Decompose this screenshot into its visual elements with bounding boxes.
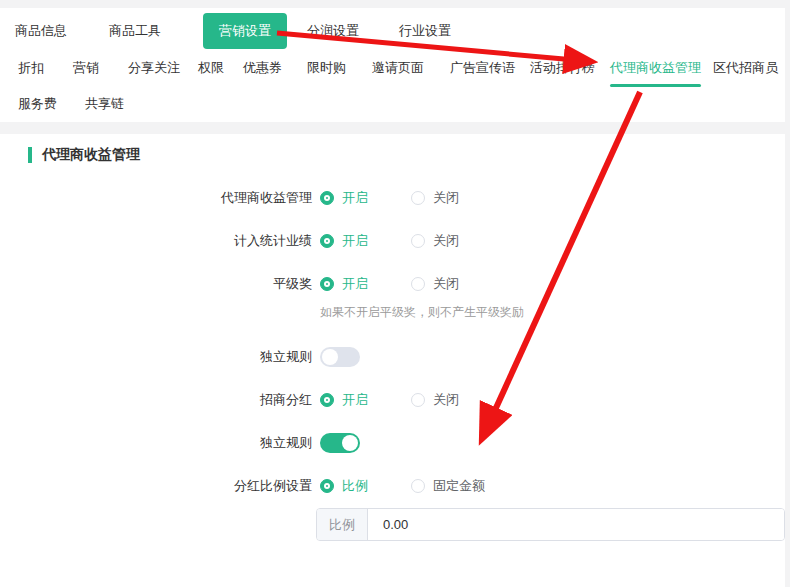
- section-header: 代理商收益管理: [28, 146, 785, 164]
- tabs-panel: 商品信息 商品工具 营销设置 分润设置 行业设置 折扣 营销 分享关注 权限 优…: [0, 8, 785, 122]
- peer-award-hint-row: 如果不开启平级奖，则不产生平级奖励: [0, 304, 785, 321]
- form-row-independent-rule-2: 独立规则: [0, 429, 785, 457]
- radio-dot-icon: [320, 277, 334, 291]
- radio-dot-icon: [411, 234, 425, 248]
- radio-label: 开启: [342, 232, 368, 250]
- ratio-input-prepend-label: 比例: [317, 509, 368, 540]
- radio-dot-icon: [411, 277, 425, 291]
- radio-count-performance-off[interactable]: 关闭: [411, 232, 459, 250]
- agent-income-form: 代理商收益管理 开启 关闭 计入统计业绩 开启: [0, 184, 785, 541]
- form-row-recruit-dividend: 招商分红 开启 关闭: [0, 386, 785, 414]
- radio-label: 比例: [342, 477, 368, 495]
- radio-peer-award-off[interactable]: 关闭: [411, 275, 459, 293]
- secondary-tab-bar: 折扣 营销 分享关注 权限 优惠券 限时购 邀请页面 广告宣传语 活动排行榜 代…: [0, 54, 785, 84]
- form-row-dividend-ratio: 分红比例设置 比例 固定金额: [0, 472, 785, 500]
- radio-dot-icon: [320, 191, 334, 205]
- radio-label: 关闭: [433, 189, 459, 207]
- subtab-invite-page[interactable]: 邀请页面: [372, 59, 424, 79]
- field-label: 招商分红: [0, 391, 312, 409]
- radio-label: 开启: [342, 189, 368, 207]
- ratio-input-row: 比例: [316, 508, 785, 541]
- subtab-shared-chain[interactable]: 共享链: [85, 95, 124, 113]
- radio-recruit-dividend-off[interactable]: 关闭: [411, 391, 459, 409]
- radio-agent-income-on[interactable]: 开启: [320, 189, 368, 207]
- subtab-share-follow[interactable]: 分享关注: [128, 59, 180, 79]
- peer-award-hint: 如果不开启平级奖，则不产生平级奖励: [320, 304, 524, 321]
- section-title: 代理商收益管理: [42, 146, 140, 164]
- primary-tab-bar: 商品信息 商品工具 营销设置 分润设置 行业设置: [0, 8, 785, 52]
- tab-product-info[interactable]: 商品信息: [15, 22, 67, 40]
- tab-marketing-settings[interactable]: 营销设置: [203, 13, 287, 49]
- form-row-independent-rule-1: 独立规则: [0, 343, 785, 371]
- tab-profit-settings[interactable]: 分润设置: [307, 22, 359, 40]
- radio-label: 开启: [342, 275, 368, 293]
- form-row-count-performance: 计入统计业绩 开启 关闭: [0, 227, 785, 255]
- radio-label: 关闭: [433, 391, 459, 409]
- subtab-coupon[interactable]: 优惠券: [243, 59, 282, 79]
- subtab-permission[interactable]: 权限: [198, 59, 224, 79]
- radio-recruit-dividend-on[interactable]: 开启: [320, 391, 368, 409]
- radio-dot-icon: [320, 393, 334, 407]
- radio-dot-icon: [411, 191, 425, 205]
- tab-product-tools[interactable]: 商品工具: [109, 22, 161, 40]
- radio-dot-icon: [320, 234, 334, 248]
- field-label: 独立规则: [0, 348, 312, 366]
- subtab-activity-ranking[interactable]: 活动排行榜: [530, 59, 595, 79]
- subtab-discount[interactable]: 折扣: [18, 59, 44, 79]
- independent-rule-toggle-off[interactable]: [320, 347, 360, 367]
- subtab-ad-slogan[interactable]: 广告宣传语: [450, 59, 515, 79]
- form-row-peer-award: 平级奖 开启 关闭: [0, 270, 785, 298]
- field-label: 独立规则: [0, 434, 312, 452]
- tertiary-tab-bar: 服务费 共享链: [0, 88, 785, 120]
- subtab-service-fee[interactable]: 服务费: [18, 95, 57, 113]
- radio-count-performance-on[interactable]: 开启: [320, 232, 368, 250]
- radio-label: 固定金额: [433, 477, 485, 495]
- radio-dot-icon: [411, 479, 425, 493]
- radio-peer-award-on[interactable]: 开启: [320, 275, 368, 293]
- field-label: 分红比例设置: [0, 477, 312, 495]
- radio-dot-icon: [320, 479, 334, 493]
- field-label: 代理商收益管理: [0, 189, 312, 207]
- ratio-input-group: 比例: [316, 508, 785, 541]
- independent-rule-toggle-on[interactable]: [320, 433, 360, 453]
- content-panel: 代理商收益管理 代理商收益管理 开启 关闭 计入统计业绩: [0, 134, 785, 587]
- radio-dot-icon: [411, 393, 425, 407]
- radio-agent-income-off[interactable]: 关闭: [411, 189, 459, 207]
- tab-industry-settings[interactable]: 行业设置: [399, 22, 451, 40]
- ratio-input[interactable]: [368, 509, 784, 540]
- field-label: 计入统计业绩: [0, 232, 312, 250]
- subtab-marketing[interactable]: 营销: [73, 59, 99, 79]
- radio-label: 关闭: [433, 275, 459, 293]
- subtab-flash-sale[interactable]: 限时购: [307, 59, 346, 79]
- form-row-agent-income: 代理商收益管理 开启 关闭: [0, 184, 785, 212]
- subtab-agent-income-management[interactable]: 代理商收益管理: [610, 59, 701, 79]
- radio-ratio[interactable]: 比例: [320, 477, 368, 495]
- radio-fixed-amount[interactable]: 固定金额: [411, 477, 485, 495]
- subtab-district-agent-recruiter[interactable]: 区代招商员: [713, 59, 778, 79]
- radio-label: 关闭: [433, 232, 459, 250]
- radio-label: 开启: [342, 391, 368, 409]
- section-accent-bar: [28, 147, 32, 163]
- field-label: 平级奖: [0, 275, 312, 293]
